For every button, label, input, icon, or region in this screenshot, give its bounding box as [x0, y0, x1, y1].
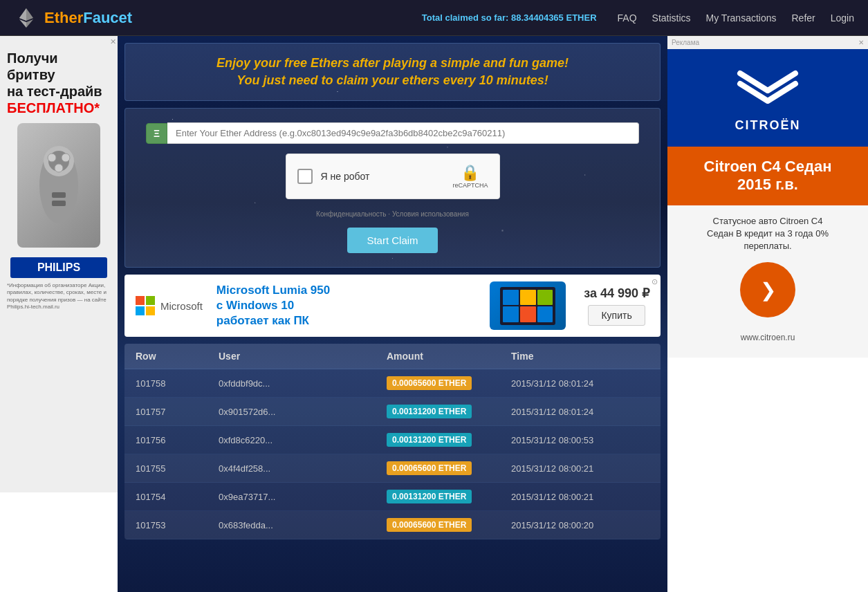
recaptcha-brand-label: reCAPTCHA [452, 182, 488, 189]
svg-marker-1 [19, 8, 26, 21]
svg-rect-11 [52, 201, 66, 206]
table-row: 101758 0xfddbf9dc... 0.00065600 ETHER 20… [124, 369, 661, 398]
citroen-car-title: Citroen C4 Седан2015 г.в. [681, 158, 854, 194]
td-user: 0x9ea73717... [219, 492, 387, 502]
th-user: User [219, 351, 387, 362]
right-ad-close[interactable]: ✕ [858, 39, 864, 46]
hero-line1: Enjoy your free Ethers after playing a s… [138, 56, 647, 71]
table-row: 101753 0x683fedda... 0.00065600 ETHER 20… [124, 511, 661, 539]
td-user: 0xfddbf9dc... [219, 378, 387, 389]
transactions-table: Row User Amount Time 101758 0xfddbf9dc..… [124, 344, 661, 539]
captcha-footer: Конфиденциальность · Условия использован… [146, 210, 639, 218]
svg-rect-10 [52, 192, 66, 198]
page-layout: ✕ Получи бритву на тест-драйв БЕСПЛАТНО* [0, 36, 868, 592]
left-ad-brand: PHILIPS [10, 257, 107, 278]
table-header: Row User Amount Time [124, 344, 661, 369]
logo-ether: Ether [44, 9, 83, 26]
svg-point-7 [48, 154, 56, 162]
recaptcha-icon: 🔒 [461, 164, 479, 182]
th-amount: Amount [387, 351, 511, 362]
td-time: 2015/31/12 08:00:53 [511, 435, 649, 445]
citroen-cta-button[interactable]: ❯ [740, 262, 795, 317]
total-claimed: Total claimed so far: 88.34404365 ETHER [422, 12, 597, 23]
ethereum-icon [14, 6, 39, 30]
citroen-blue-section: CITROËN [667, 49, 868, 147]
left-ad-headline: Получи бритву на тест-драйв БЕСПЛАТНО* [7, 50, 111, 116]
td-time: 2015/31/12 08:00:21 [511, 492, 649, 502]
ms-phone-image [490, 281, 566, 330]
ms-banner: ⊙ Microsoft Microsoft Lumia 950с Windows… [124, 275, 661, 337]
claim-box: Ξ Я не робот 🔒 reCAPTCHA Конфиденциально… [124, 108, 661, 268]
td-time: 2015/31/12 08:01:24 [511, 407, 649, 417]
td-user: 0x4f4df258... [219, 463, 387, 474]
svg-marker-2 [26, 19, 33, 28]
td-amount: 0.00065600 ETHER [387, 518, 511, 532]
svg-marker-3 [19, 19, 26, 28]
hero-banner: Enjoy your free Ethers after playing a s… [124, 43, 661, 101]
nav-statistics[interactable]: Statistics [652, 12, 691, 24]
logo-faucet: Faucet [83, 9, 132, 26]
captcha-area: Я не робот 🔒 reCAPTCHA [286, 154, 500, 199]
citroen-desc-text: Статусное авто Citroen C4Седан В кредит … [681, 215, 854, 253]
td-user: 0x901572d6... [219, 407, 387, 417]
th-row: Row [136, 351, 219, 362]
td-amount: 0.00065600 ETHER [387, 376, 511, 390]
td-amount: 0.00131200 ETHER [387, 490, 511, 503]
microsoft-logo [136, 296, 155, 315]
ms-price-area: за 44 990 ₽ Купить [584, 286, 649, 326]
td-time: 2015/31/12 08:00:21 [511, 463, 649, 474]
address-prefix: Ξ [146, 123, 167, 144]
citroen-logo-icon [726, 63, 809, 111]
left-ad: ✕ Получи бритву на тест-драйв БЕСПЛАТНО* [0, 36, 118, 592]
left-ad-close[interactable]: ✕ [110, 37, 116, 46]
left-ad-shaver-image [17, 123, 100, 248]
td-row-num: 101756 [136, 435, 219, 445]
ms-ad-close[interactable]: ⊙ [652, 277, 658, 286]
td-amount: 0.00065600 ETHER [387, 461, 511, 475]
td-time: 2015/31/12 08:00:20 [511, 520, 649, 530]
left-ad-disclaimer: *Информация об организаторе Акции, прави… [7, 282, 111, 311]
ms-text: Microsoft Lumia 950с Windows 10работает … [216, 283, 479, 329]
address-row: Ξ [146, 122, 639, 144]
td-row-num: 101753 [136, 520, 219, 530]
td-amount: 0.00131200 ETHER [387, 405, 511, 418]
nav-links: FAQ Statistics My Transactions Refer Log… [618, 12, 854, 24]
th-time: Time [511, 351, 649, 362]
svg-point-8 [62, 154, 70, 162]
table-body: 101758 0xfddbf9dc... 0.00065600 ETHER 20… [124, 369, 661, 539]
table-row: 101757 0x901572d6... 0.00131200 ETHER 20… [124, 398, 661, 426]
td-user: 0x683fedda... [219, 520, 387, 530]
td-row-num: 101758 [136, 378, 219, 389]
right-ad: Реклама ✕ CITROËN Citroen C4 Седан2015 г… [667, 36, 868, 592]
table-row: 101756 0xfd8c6220... 0.00131200 ETHER 20… [124, 426, 661, 454]
address-input[interactable] [167, 122, 639, 144]
nav-my-transactions[interactable]: My Transactions [706, 12, 777, 24]
start-claim-button[interactable]: Start Claim [347, 228, 437, 253]
td-row-num: 101754 [136, 492, 219, 502]
captcha-label: Я не робот [321, 171, 370, 182]
citroen-url: www.citroen.ru [681, 327, 854, 348]
td-time: 2015/31/12 08:01:24 [511, 378, 649, 389]
citroen-arrow-icon: ❯ [760, 279, 776, 302]
navbar: EtherFaucet Total claimed so far: 88.344… [0, 0, 868, 36]
ms-brand-label: Microsoft [160, 300, 203, 312]
hero-line2: You just need to claim your ethers every… [138, 73, 647, 88]
nav-refer[interactable]: Refer [792, 12, 815, 24]
svg-point-9 [55, 164, 63, 172]
main-content: Enjoy your free Ethers after playing a s… [118, 36, 667, 592]
td-row-num: 101755 [136, 463, 219, 474]
citroen-brand-name: CITROËN [735, 118, 801, 133]
ms-buy-button[interactable]: Купить [588, 305, 645, 326]
nav-login[interactable]: Login [831, 12, 854, 24]
nav-faq[interactable]: FAQ [618, 12, 637, 24]
ms-price-label: за 44 990 ₽ [584, 286, 649, 301]
td-amount: 0.00131200 ETHER [387, 433, 511, 447]
citroen-grey-section: Статусное авто Citroen C4Седан В кредит … [667, 205, 868, 358]
table-row: 101755 0x4f4df258... 0.00065600 ETHER 20… [124, 454, 661, 483]
recaptcha-brand-area: 🔒 reCAPTCHA [452, 164, 488, 189]
td-user: 0xfd8c6220... [219, 435, 387, 445]
td-row-num: 101757 [136, 407, 219, 417]
captcha-checkbox[interactable] [297, 169, 313, 184]
ms-logo-area: Microsoft [136, 296, 203, 315]
right-ad-label: Реклама [672, 39, 699, 46]
